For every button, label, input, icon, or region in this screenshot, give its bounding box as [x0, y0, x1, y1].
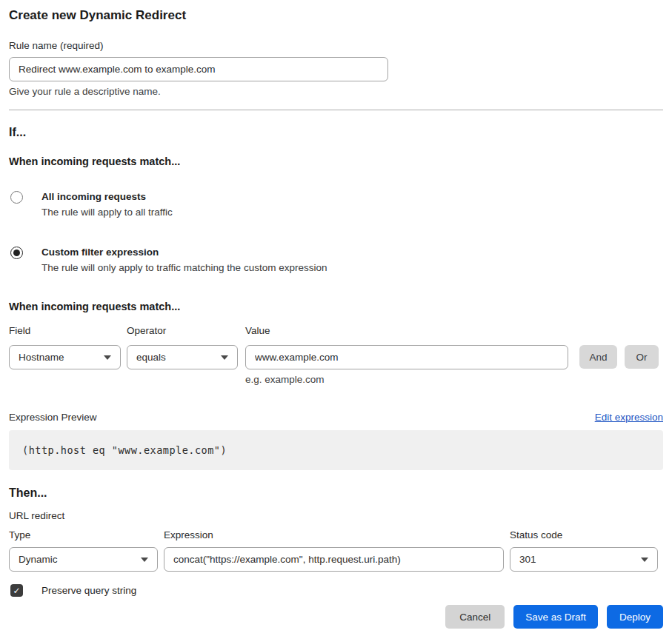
filter-builder-row: Field Hostname Operator equals Value e.g… [9, 324, 663, 386]
expression-preview-box: (http.host eq "www.example.com") [9, 430, 663, 470]
field-label: Field [9, 324, 121, 337]
filter-heading: When incoming requests match... [9, 301, 663, 313]
type-label: Type [9, 529, 158, 541]
radio-unchecked-icon[interactable] [10, 191, 23, 204]
type-select[interactable]: Dynamic [9, 547, 158, 572]
and-button[interactable]: And [579, 345, 617, 369]
expression-preview-label: Expression Preview [9, 411, 97, 424]
operator-select-value: equals [136, 352, 166, 363]
checkbox-checked-icon[interactable]: ✓ [10, 584, 23, 597]
type-select-value: Dynamic [19, 554, 58, 565]
rule-name-label: Rule name (required) [9, 39, 663, 52]
radio-option-custom-filter-expression[interactable]: Custom filter expression The rule will o… [9, 247, 663, 274]
radio-option-label: Custom filter expression [41, 247, 327, 258]
redirect-expression-input[interactable] [164, 547, 504, 572]
status-code-value: 301 [519, 554, 536, 565]
preserve-query-string-label: Preserve query string [41, 585, 136, 596]
operator-label: Operator [127, 324, 238, 337]
rule-name-help: Give your rule a descriptive name. [9, 86, 663, 98]
radio-dot-icon [13, 250, 20, 256]
section-divider [9, 110, 663, 110]
edit-expression-link[interactable]: Edit expression [595, 411, 663, 424]
chevron-down-icon [141, 558, 148, 562]
rule-name-input[interactable] [9, 57, 388, 81]
expression-preview-header: Expression Preview Edit expression [9, 411, 663, 424]
then-heading: Then... [9, 486, 663, 501]
page-title: Create new Dynamic Redirect [9, 7, 663, 24]
value-input[interactable] [245, 345, 568, 369]
status-code-label: Status code [510, 529, 658, 541]
expression-label: Expression [164, 529, 504, 541]
check-icon: ✓ [13, 586, 20, 595]
radio-checked-icon[interactable] [10, 247, 23, 259]
preserve-query-string-option[interactable]: ✓ Preserve query string [9, 584, 663, 597]
deploy-button[interactable]: Deploy [607, 605, 663, 629]
redirect-config-row: Type Dynamic Expression Status code 301 [9, 529, 663, 572]
save-as-draft-button[interactable]: Save as Draft [513, 605, 598, 629]
url-redirect-label: URL redirect [9, 510, 663, 522]
status-code-select[interactable]: 301 [510, 547, 658, 572]
value-help: e.g. example.com [245, 374, 568, 386]
operator-select[interactable]: equals [127, 345, 238, 369]
field-select[interactable]: Hostname [9, 345, 121, 369]
form-actions: Cancel Save as Draft Deploy [9, 605, 663, 629]
field-select-value: Hostname [19, 352, 64, 363]
chevron-down-icon [641, 558, 648, 562]
radio-option-description: The rule will only apply to traffic matc… [41, 262, 327, 274]
if-heading: If... [9, 125, 663, 140]
match-subheading: When incoming requests match... [9, 155, 663, 168]
radio-option-description: The rule will apply to all traffic [41, 207, 173, 218]
expression-code: (http.host eq "www.example.com") [22, 444, 227, 456]
or-button[interactable]: Or [625, 345, 659, 369]
chevron-down-icon [221, 355, 228, 360]
chevron-down-icon [104, 355, 111, 360]
cancel-button[interactable]: Cancel [445, 605, 505, 629]
radio-option-all-incoming-requests[interactable]: All incoming requests The rule will appl… [9, 191, 663, 218]
value-label: Value [245, 324, 568, 337]
radio-option-label: All incoming requests [41, 191, 173, 203]
create-dynamic-redirect-form: Create new Dynamic Redirect Rule name (r… [0, 7, 672, 629]
